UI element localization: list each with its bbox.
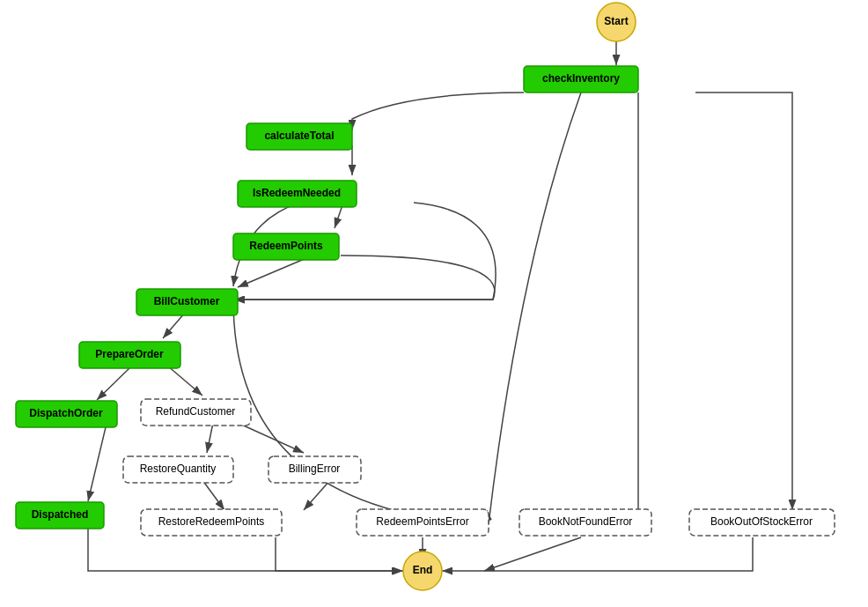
label-checkInventory: checkInventory (542, 72, 620, 85)
label-dispatchOrder: DispatchOrder (29, 407, 103, 419)
label-redeemPoints: RedeemPoints (249, 240, 323, 252)
label-calculateTotal: calculateTotal (264, 130, 334, 142)
label-end: End (413, 564, 433, 576)
svg-line-7 (88, 427, 106, 501)
svg-line-11 (202, 480, 224, 510)
svg-line-9 (207, 423, 213, 453)
label-isRedeemNeeded: IsRedeemNeeded (253, 187, 341, 199)
svg-line-8 (167, 366, 202, 396)
label-bookOutOfStockError: BookOutOfStockError (710, 515, 813, 528)
label-billCustomer: BillCustomer (154, 295, 220, 307)
label-bookNotFoundError: BookNotFoundError (539, 515, 633, 528)
label-prepareOrder: PrepareOrder (95, 348, 164, 360)
svg-line-12 (304, 480, 330, 510)
label-start: Start (604, 15, 628, 27)
svg-line-6 (97, 366, 132, 400)
svg-line-10 (238, 423, 304, 453)
svg-line-5 (163, 313, 185, 338)
label-billingError: BillingError (289, 463, 341, 475)
label-restoreQuantity: RestoreQuantity (140, 463, 217, 475)
label-restoreRedeemPoints: RestoreRedeemPoints (158, 515, 265, 528)
label-dispatched: Dispatched (32, 508, 89, 521)
diagram-container: checkInventory calculateTotal IsRedeemNe… (0, 0, 868, 607)
label-refundCustomer: RefundCustomer (156, 405, 236, 418)
workflow-diagram: checkInventory calculateTotal IsRedeemNe… (0, 0, 868, 607)
label-redeemPointsError: RedeemPointsError (376, 515, 468, 528)
